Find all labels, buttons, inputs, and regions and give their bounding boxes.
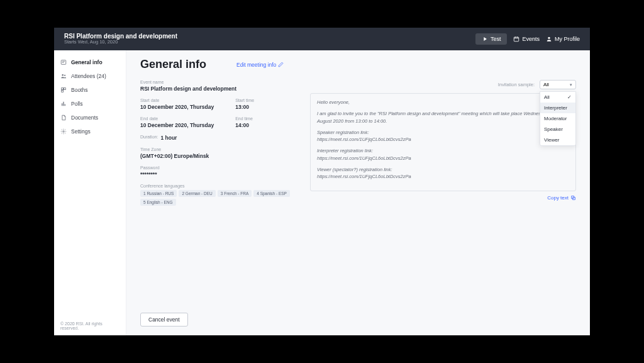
copy-icon: [570, 195, 576, 201]
header-title: RSI Platform design and development: [64, 33, 475, 40]
svg-point-8: [63, 131, 65, 133]
events-button[interactable]: Events: [513, 36, 540, 42]
gear-icon: [60, 128, 67, 135]
duration-value: 1 hour: [160, 135, 177, 141]
test-button[interactable]: Test: [475, 33, 508, 45]
lang-tag: 1 Russian - RUS: [140, 190, 177, 197]
check-icon: ✓: [567, 94, 572, 100]
edit-meeting-link[interactable]: Edit meeting info: [236, 62, 284, 68]
profile-label: My Profile: [555, 36, 580, 42]
booth-icon: [60, 87, 67, 93]
invitation-sample-dropdown: All✓InterpreterModeratorSpeakerViewer: [540, 91, 576, 146]
lang-tags: 1 Russian - RUS2 German - DEU3 French - …: [140, 190, 291, 206]
dropdown-option[interactable]: Viewer: [540, 135, 575, 145]
end-date-value: 10 December 2020, Thursday: [140, 122, 214, 128]
start-date-value: 10 December 2020, Thursday: [140, 104, 214, 110]
invitation-line: I am glad to invite you to the "RSI Plat…: [317, 110, 569, 125]
sidebar-item-label: Polls: [71, 101, 82, 107]
footer-copyright: © 2020 RSI. All rights reserved.: [54, 316, 126, 335]
copy-text-button[interactable]: Copy text: [547, 195, 576, 201]
copy-label: Copy text: [547, 195, 569, 201]
dropdown-option[interactable]: Speaker: [540, 124, 575, 135]
start-time-label: Start time: [235, 98, 254, 103]
svg-rect-5: [62, 88, 64, 90]
end-time-value: 14:00: [235, 122, 253, 128]
test-label: Test: [491, 36, 501, 42]
password-value: ********: [140, 171, 291, 177]
header-subtitle: Starts Wed, Aug 10, 2020: [64, 40, 475, 45]
person-icon: [546, 36, 552, 42]
lang-tag: 4 Spanish - ESP: [253, 190, 290, 197]
event-name-label: Event name: [140, 80, 291, 84]
sidebar-item-polls[interactable]: Polls: [54, 97, 126, 111]
profile-button[interactable]: My Profile: [546, 36, 580, 42]
sidebar-item-label: Booths: [71, 87, 87, 93]
start-date-label: Start date: [140, 98, 214, 103]
sidebar-item-general-info[interactable]: General info: [54, 55, 126, 69]
chart-icon: [60, 101, 67, 107]
sidebar-item-label: Settings: [71, 128, 91, 135]
calendar-icon: [513, 36, 519, 42]
timezone-label: Time Zone: [140, 147, 291, 152]
duration-label: Duration:: [140, 135, 158, 141]
svg-point-3: [62, 74, 64, 76]
event-name-value: RSI Platform design and development: [140, 86, 291, 92]
invitation-line: Viewer (spectator?) registration link:ht…: [317, 166, 569, 181]
svg-rect-0: [514, 37, 519, 42]
sidebar-item-label: Documents: [71, 114, 98, 121]
langs-label: Conference languages: [140, 184, 291, 188]
cancel-event-button[interactable]: Cancel event: [140, 313, 188, 327]
page-title: General info: [140, 58, 206, 71]
password-label: Password: [140, 165, 291, 170]
end-time-label: End time: [235, 116, 253, 121]
chevron-down-icon: ▾: [570, 82, 572, 87]
select-value: All: [543, 82, 549, 87]
events-label: Events: [522, 36, 540, 42]
sidebar-item-attendees[interactable]: Attendees (24): [54, 69, 126, 83]
invitation-line: Hello everyone,: [317, 99, 569, 106]
svg-point-4: [64, 75, 65, 76]
dropdown-option[interactable]: Interpreter: [540, 103, 575, 113]
svg-point-1: [548, 37, 550, 39]
lang-tag: 5 English - ENG: [140, 199, 176, 206]
pencil-icon: [278, 62, 284, 67]
start-time-value: 13:00: [235, 104, 254, 110]
info-card-icon: [60, 59, 67, 65]
people-icon: [60, 73, 67, 79]
sidebar-item-settings[interactable]: Settings: [54, 125, 126, 138]
end-date-label: End date: [140, 116, 214, 121]
sidebar-item-label: Attendees (24): [71, 73, 106, 79]
invitation-line: Speaker registration link:https://meet.r…: [317, 129, 569, 143]
svg-rect-6: [64, 88, 65, 90]
timezone-value: (GMT+02:00) Europe/Minsk: [140, 153, 291, 159]
sidebar-item-label: General info: [71, 59, 103, 65]
dropdown-option[interactable]: All✓: [540, 92, 575, 103]
invitation-sample-label: Invitation sample:: [498, 82, 535, 87]
edit-link-label: Edit meeting info: [236, 62, 276, 68]
invitation-text-box: Hello everyone,I am glad to invite you t…: [310, 93, 576, 191]
dropdown-option[interactable]: Moderator: [540, 113, 575, 124]
sidebar: General info Attendees (24) Booths Polls…: [54, 50, 126, 335]
svg-rect-7: [62, 90, 64, 92]
sidebar-item-booths[interactable]: Booths: [54, 83, 126, 97]
lang-tag: 3 French - FRA: [218, 190, 252, 197]
lang-tag: 2 German - DEU: [179, 190, 215, 197]
invitation-line: Interpreter registration link:https://me…: [317, 147, 569, 162]
sidebar-item-documents[interactable]: Documents: [54, 111, 126, 125]
invitation-sample-select[interactable]: All ▾: [540, 80, 576, 89]
document-icon: [60, 114, 67, 121]
app-header: RSI Platform design and development Star…: [54, 28, 590, 50]
play-icon: [482, 36, 488, 42]
